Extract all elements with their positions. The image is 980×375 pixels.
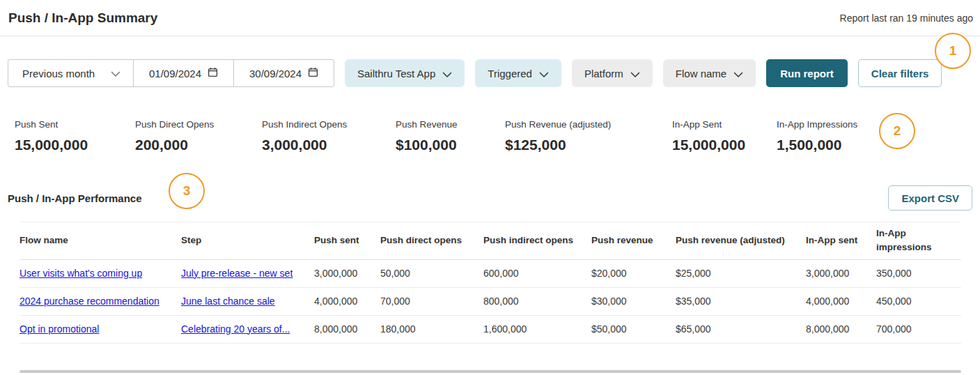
table-cell-value: $65,000 <box>676 322 806 337</box>
step-link[interactable]: Celebrating 20 years of... <box>181 322 314 337</box>
date-range-select-value: Previous month <box>22 68 95 79</box>
export-csv-button[interactable]: Export CSV <box>888 185 972 211</box>
metric-label: Push Revenue (adjusted) <box>505 119 672 130</box>
table-cell-value: 3,000,000 <box>314 266 380 281</box>
date-range-select[interactable]: Previous month <box>8 60 133 86</box>
step-link-text[interactable]: June last chance sale <box>181 296 275 307</box>
filter-pill-label: Triggered <box>488 68 532 79</box>
run-report-button[interactable]: Run report <box>766 59 848 87</box>
table-cell-value: $20,000 <box>591 266 676 281</box>
clear-filters-button[interactable]: Clear filters <box>858 59 942 87</box>
calendar-icon <box>208 67 218 79</box>
table-cell-value-text: 3,000,000 <box>314 268 357 279</box>
step-link-text[interactable]: July pre-release - new set <box>181 268 293 279</box>
table-cell-value-text: 8,000,000 <box>806 323 849 335</box>
table-cell-value-text: 4,000,000 <box>314 296 357 307</box>
table-cell-value-text: 450,000 <box>876 296 912 307</box>
filter-pill-label: Platform <box>584 68 623 79</box>
table-cell-value: 3,000,000 <box>806 266 876 281</box>
filter-pill-triggered[interactable]: Triggered <box>475 59 561 87</box>
metric-in-app-sent: In-App Sent15,000,000 <box>672 119 777 153</box>
metric-value: 1,500,000 <box>777 137 857 153</box>
start-date-value: 01/09/2024 <box>149 68 201 79</box>
chevron-down-icon <box>733 68 743 80</box>
table-body: User visits what's coming upJuly pre-rel… <box>20 260 961 344</box>
metric-label: Push Direct Opens <box>135 119 262 130</box>
end-date-input[interactable]: 30/09/2024 <box>233 60 334 86</box>
page-title: Push / In-App Summary <box>8 10 157 26</box>
step-link[interactable]: June last chance sale <box>181 294 314 309</box>
table-cell-value-text: 350,000 <box>876 268 912 279</box>
metric-label: Push Indirect Opens <box>262 119 396 130</box>
table-cell-value: 8,000,000 <box>314 322 380 337</box>
annotation-circle-1: 1 <box>935 33 971 69</box>
metric-push-sent: Push Sent15,000,000 <box>15 119 135 153</box>
table-cell-value-text: $20,000 <box>591 268 627 279</box>
metric-push-indirect-opens: Push Indirect Opens3,000,000 <box>262 119 396 153</box>
metric-label: Push Sent <box>15 119 135 130</box>
table-cell-value: $30,000 <box>591 294 676 309</box>
end-date-value: 30/09/2024 <box>249 68 302 79</box>
table-cell-value: $35,000 <box>676 294 806 309</box>
table-cell-value: 600,000 <box>483 266 591 281</box>
table-row: User visits what's coming upJuly pre-rel… <box>20 260 961 288</box>
flow-name-link-text[interactable]: 2024 purchase recommendation <box>20 296 160 307</box>
report-last-ran-status: Report last ran 19 minutes ago <box>840 13 973 24</box>
start-date-input[interactable]: 01/09/2024 <box>133 60 233 86</box>
filter-pill-label: Flow name <box>676 68 726 79</box>
table-cell-value: 4,000,000 <box>314 294 380 309</box>
step-link[interactable]: July pre-release - new set <box>181 266 314 281</box>
performance-table: Flow nameStepPush sentPush direct opensP… <box>20 222 961 344</box>
app-root: Push / In-App Summary Report last ran 19… <box>0 0 980 344</box>
table-cell-value-text: $65,000 <box>676 323 711 335</box>
metric-value: 200,000 <box>135 137 262 153</box>
chevron-down-icon <box>539 68 549 80</box>
filter-pill-sailthru-test-app[interactable]: Sailthru Test App <box>345 59 465 87</box>
table-cell-value-text: 70,000 <box>380 296 410 307</box>
table-row: Opt in promotionalCelebrating 20 years o… <box>20 316 961 344</box>
metric-value: 15,000,000 <box>672 137 777 153</box>
metric-in-app-impressions: In-App Impressions1,500,000 <box>777 119 857 153</box>
step-link-text[interactable]: Celebrating 20 years of... <box>181 323 290 335</box>
column-header-push-revenue: Push revenue <box>591 234 676 247</box>
table-cell-value-text: 1,600,000 <box>483 323 527 335</box>
table-cell-value-text: $35,000 <box>676 296 711 307</box>
table-cell-value: 800,000 <box>483 294 591 309</box>
flow-name-link[interactable]: Opt in promotional <box>20 322 181 337</box>
table-cell-value-text: 800,000 <box>483 296 519 307</box>
table-cell-value-text: 50,000 <box>380 268 410 279</box>
flow-name-link-text[interactable]: Opt in promotional <box>20 323 99 335</box>
table-cell-value-text: 180,000 <box>380 323 416 335</box>
column-header-push-revenue-adjusted: Push revenue (adjusted) <box>676 234 806 247</box>
table-cell-value: 50,000 <box>380 266 483 281</box>
table-cell-value-text: $30,000 <box>591 296 627 307</box>
table-cell-value: $50,000 <box>591 322 676 337</box>
filter-pill-label: Sailthru Test App <box>357 68 435 79</box>
table-cell-value-text: 700,000 <box>876 323 912 335</box>
date-range-group: Previous month 01/09/2024 30/09/2024 <box>8 59 334 87</box>
table-cell-value: 450,000 <box>876 294 961 309</box>
horizontal-scrollbar[interactable] <box>20 370 961 373</box>
section-title: Push / In-App Performance <box>8 192 142 204</box>
metric-push-direct-opens: Push Direct Opens200,000 <box>135 119 262 153</box>
table-cell-value: $25,000 <box>676 266 806 281</box>
filter-pill-platform[interactable]: Platform <box>572 59 653 87</box>
filter-pill-flow-name[interactable]: Flow name <box>663 59 756 87</box>
column-header-push-sent: Push sent <box>314 234 380 247</box>
column-header-in-app-sent: In-App sent <box>806 234 876 247</box>
metric-value: $100,000 <box>396 137 505 153</box>
chevron-down-icon <box>630 68 640 80</box>
flow-name-link[interactable]: 2024 purchase recommendation <box>20 294 181 309</box>
summary-metrics: Push Sent15,000,000Push Direct Opens200,… <box>15 119 980 153</box>
flow-name-link-text[interactable]: User visits what's coming up <box>20 268 142 279</box>
table-cell-value-text: 8,000,000 <box>314 323 357 335</box>
flow-name-link[interactable]: User visits what's coming up <box>20 266 181 281</box>
column-header-push-direct-opens: Push direct opens <box>380 234 483 247</box>
annotation-circle-2: 2 <box>879 113 915 149</box>
table-cell-value-text: 4,000,000 <box>806 296 849 307</box>
table-cell-value-text: $50,000 <box>591 323 627 335</box>
column-header-in-app-impressions: In-App impressions <box>876 227 961 255</box>
metric-label: Push Revenue <box>396 119 505 130</box>
table-cell-value-text: 600,000 <box>483 268 519 279</box>
table-cell-value: 700,000 <box>876 322 961 337</box>
